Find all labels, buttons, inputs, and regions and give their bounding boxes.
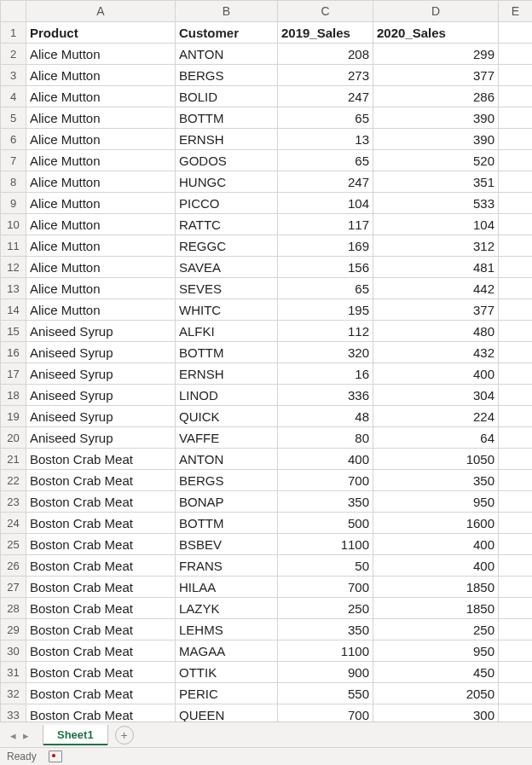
cell-D32[interactable]: 2050 <box>373 683 499 704</box>
cell-E26[interactable] <box>499 555 533 577</box>
column-header-D[interactable]: D <box>373 1 499 22</box>
cell-A12[interactable]: Alice Mutton <box>26 257 176 278</box>
cell-E23[interactable] <box>499 491 533 513</box>
cell-A19[interactable]: Aniseed Syrup <box>26 406 176 427</box>
cell-C26[interactable]: 50 <box>278 555 373 577</box>
cell-C21[interactable]: 400 <box>278 449 373 470</box>
row-header[interactable]: 17 <box>1 363 26 385</box>
cell-C8[interactable]: 247 <box>278 171 373 193</box>
cell-B13[interactable]: SEVES <box>176 278 278 299</box>
cell-A17[interactable]: Aniseed Syrup <box>26 363 176 385</box>
row-header[interactable]: 9 <box>1 193 26 214</box>
cell-E30[interactable] <box>499 640 533 662</box>
cell-E28[interactable] <box>499 598 533 619</box>
cell-A3[interactable]: Alice Mutton <box>26 65 176 86</box>
cell-A11[interactable]: Alice Mutton <box>26 235 176 257</box>
cell-A21[interactable]: Boston Crab Meat <box>26 449 176 470</box>
cell-E4[interactable] <box>499 86 533 107</box>
spreadsheet-grid[interactable]: A B C D E 1ProductCustomer2019_Sales2020… <box>0 0 532 722</box>
cell-E15[interactable] <box>499 321 533 342</box>
cell-E17[interactable] <box>499 363 533 385</box>
cell-A26[interactable]: Boston Crab Meat <box>26 555 176 577</box>
cell-D7[interactable]: 520 <box>373 150 499 171</box>
cell-A15[interactable]: Aniseed Syrup <box>26 321 176 342</box>
cell-D12[interactable]: 481 <box>373 257 499 278</box>
cell-B14[interactable]: WHITC <box>176 299 278 321</box>
cell-E29[interactable] <box>499 619 533 640</box>
sheet-nav-next-icon[interactable]: ▸ <box>23 729 29 742</box>
cell-C18[interactable]: 336 <box>278 385 373 406</box>
row-header[interactable]: 11 <box>1 235 26 257</box>
cell-D24[interactable]: 1600 <box>373 513 499 534</box>
cell-D8[interactable]: 351 <box>373 171 499 193</box>
cell-A29[interactable]: Boston Crab Meat <box>26 619 176 640</box>
cell-A2[interactable]: Alice Mutton <box>26 43 176 65</box>
row-header[interactable]: 21 <box>1 449 26 470</box>
cell-E8[interactable] <box>499 171 533 193</box>
cell-B31[interactable]: OTTIK <box>176 662 278 683</box>
cell-B9[interactable]: PICCO <box>176 193 278 214</box>
cell-C5[interactable]: 65 <box>278 107 373 129</box>
row-header[interactable]: 4 <box>1 86 26 107</box>
cell-C22[interactable]: 700 <box>278 470 373 491</box>
row-header[interactable]: 31 <box>1 662 26 683</box>
cell-A13[interactable]: Alice Mutton <box>26 278 176 299</box>
column-header-E[interactable]: E <box>499 1 533 22</box>
row-header[interactable]: 12 <box>1 257 26 278</box>
cell-B29[interactable]: LEHMS <box>176 619 278 640</box>
cell-E13[interactable] <box>499 278 533 299</box>
cell-B27[interactable]: HILAA <box>176 577 278 598</box>
row-header[interactable]: 29 <box>1 619 26 640</box>
cell-D19[interactable]: 224 <box>373 406 499 427</box>
cell-C3[interactable]: 273 <box>278 65 373 86</box>
cell-D25[interactable]: 400 <box>373 534 499 555</box>
row-header[interactable]: 5 <box>1 107 26 129</box>
cell-E1[interactable] <box>499 22 533 43</box>
cell-B5[interactable]: BOTTM <box>176 107 278 129</box>
cell-B30[interactable]: MAGAA <box>176 640 278 662</box>
cell-E20[interactable] <box>499 427 533 449</box>
cell-C31[interactable]: 900 <box>278 662 373 683</box>
row-header[interactable]: 18 <box>1 385 26 406</box>
row-header[interactable]: 33 <box>1 704 26 723</box>
cell-A27[interactable]: Boston Crab Meat <box>26 577 176 598</box>
cell-B23[interactable]: BONAP <box>176 491 278 513</box>
row-header[interactable]: 24 <box>1 513 26 534</box>
cell-D22[interactable]: 350 <box>373 470 499 491</box>
cell-A22[interactable]: Boston Crab Meat <box>26 470 176 491</box>
cell-B26[interactable]: FRANS <box>176 555 278 577</box>
cell-E21[interactable] <box>499 449 533 470</box>
sheet-nav-prev-icon[interactable]: ◂ <box>10 729 16 742</box>
cell-B4[interactable]: BOLID <box>176 86 278 107</box>
row-header[interactable]: 16 <box>1 342 26 363</box>
cell-E3[interactable] <box>499 65 533 86</box>
cell-C24[interactable]: 500 <box>278 513 373 534</box>
cell-D11[interactable]: 312 <box>373 235 499 257</box>
cell-E27[interactable] <box>499 577 533 598</box>
cell-B1[interactable]: Customer <box>176 22 278 43</box>
cell-D26[interactable]: 400 <box>373 555 499 577</box>
cell-C30[interactable]: 1100 <box>278 640 373 662</box>
cell-B17[interactable]: ERNSH <box>176 363 278 385</box>
cell-B3[interactable]: BERGS <box>176 65 278 86</box>
cell-A20[interactable]: Aniseed Syrup <box>26 427 176 449</box>
cell-E11[interactable] <box>499 235 533 257</box>
cell-D33[interactable]: 300 <box>373 704 499 723</box>
cell-E19[interactable] <box>499 406 533 427</box>
cell-A31[interactable]: Boston Crab Meat <box>26 662 176 683</box>
cell-D10[interactable]: 104 <box>373 214 499 235</box>
cell-E22[interactable] <box>499 470 533 491</box>
cell-B15[interactable]: ALFKI <box>176 321 278 342</box>
cell-C29[interactable]: 350 <box>278 619 373 640</box>
column-header-A[interactable]: A <box>26 1 176 22</box>
cell-A8[interactable]: Alice Mutton <box>26 171 176 193</box>
cell-A24[interactable]: Boston Crab Meat <box>26 513 176 534</box>
cell-A33[interactable]: Boston Crab Meat <box>26 704 176 723</box>
cell-E25[interactable] <box>499 534 533 555</box>
row-header[interactable]: 2 <box>1 43 26 65</box>
cell-B22[interactable]: BERGS <box>176 470 278 491</box>
cell-B24[interactable]: BOTTM <box>176 513 278 534</box>
cell-B18[interactable]: LINOD <box>176 385 278 406</box>
cell-B6[interactable]: ERNSH <box>176 129 278 150</box>
cell-E7[interactable] <box>499 150 533 171</box>
